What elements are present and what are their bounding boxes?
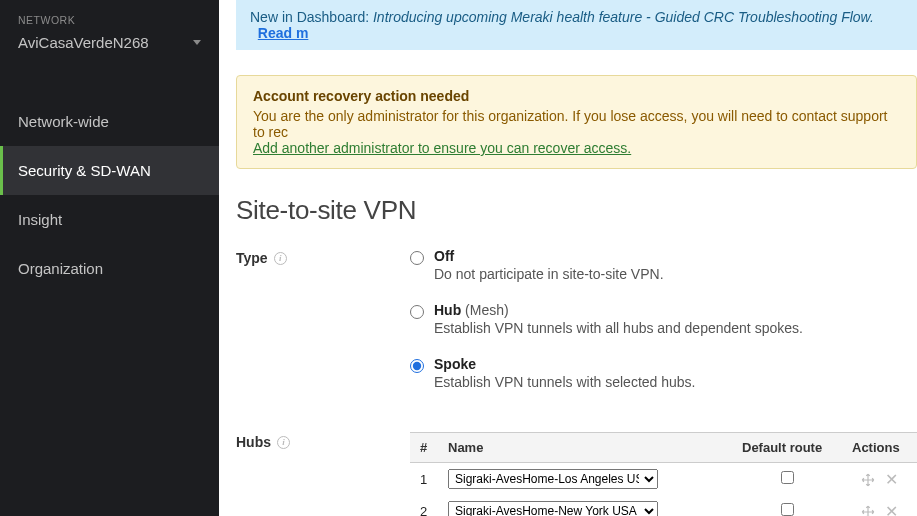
nav: Network-wide Security & SD-WAN Insight O… bbox=[0, 97, 219, 293]
default-route-checkbox[interactable] bbox=[781, 503, 794, 516]
radio-hub[interactable] bbox=[410, 305, 424, 319]
network-selector[interactable]: AviCasaVerdeN268 bbox=[0, 30, 219, 69]
warning-action-link[interactable]: Add another administrator to ensure you … bbox=[253, 140, 631, 156]
delete-icon[interactable]: ✕ bbox=[882, 471, 901, 488]
hub-select[interactable]: Sigraki-AvesHome-New York USA bbox=[448, 501, 658, 516]
hub-row: 2 Sigraki-AvesHome-New York USA ✕ bbox=[410, 495, 917, 516]
nav-security-sdwan[interactable]: Security & SD-WAN bbox=[0, 146, 219, 195]
info-banner: New in Dashboard: Introducing upcoming M… bbox=[236, 0, 917, 50]
col-name: Name bbox=[438, 433, 732, 463]
page-title: Site-to-site VPN bbox=[236, 195, 917, 226]
radio-off-desc: Do not participate in site-to-site VPN. bbox=[434, 266, 664, 282]
hub-row: 1 Sigraki-AvesHome-Los Angeles USA ✕ bbox=[410, 463, 917, 496]
type-option-hub: Hub (Mesh) Establish VPN tunnels with al… bbox=[410, 302, 917, 336]
hub-default-cell bbox=[732, 495, 842, 516]
info-icon[interactable]: i bbox=[274, 252, 287, 265]
type-radio-group: Off Do not participate in site-to-site V… bbox=[410, 248, 917, 410]
hub-name-cell: Sigraki-AvesHome-Los Angeles USA bbox=[438, 463, 732, 496]
hubs-content: # Name Default route Actions 1 Sigraki-A… bbox=[410, 432, 917, 516]
info-banner-text: Introducing upcoming Meraki health featu… bbox=[373, 9, 874, 25]
warning-body: You are the only administrator for this … bbox=[253, 108, 900, 140]
hub-num: 2 bbox=[410, 495, 438, 516]
hubs-table: # Name Default route Actions 1 Sigraki-A… bbox=[410, 432, 917, 516]
hub-select[interactable]: Sigraki-AvesHome-Los Angeles USA bbox=[448, 469, 658, 489]
type-row: Type i Off Do not participate in site-to… bbox=[236, 248, 917, 410]
radio-spoke-label: Spoke bbox=[434, 356, 695, 372]
hubs-label: Hubs i bbox=[236, 432, 410, 450]
radio-spoke-desc: Establish VPN tunnels with selected hubs… bbox=[434, 374, 695, 390]
col-default-route: Default route bbox=[732, 433, 842, 463]
hub-actions-cell: ✕ bbox=[842, 463, 917, 496]
radio-off[interactable] bbox=[410, 251, 424, 265]
move-icon[interactable] bbox=[858, 503, 878, 517]
type-label: Type i bbox=[236, 248, 410, 266]
network-section-label: NETWORK bbox=[0, 0, 219, 30]
type-option-spoke: Spoke Establish VPN tunnels with selecte… bbox=[410, 356, 917, 390]
warning-title: Account recovery action needed bbox=[253, 88, 900, 104]
type-option-off: Off Do not participate in site-to-site V… bbox=[410, 248, 917, 282]
info-icon[interactable]: i bbox=[277, 436, 290, 449]
hub-num: 1 bbox=[410, 463, 438, 496]
hub-actions-cell: ✕ bbox=[842, 495, 917, 516]
hub-default-cell bbox=[732, 463, 842, 496]
delete-icon[interactable]: ✕ bbox=[882, 503, 901, 517]
col-actions: Actions bbox=[842, 433, 917, 463]
col-num: # bbox=[410, 433, 438, 463]
radio-spoke[interactable] bbox=[410, 359, 424, 373]
hubs-row: Hubs i # Name Default route Actions 1 bbox=[236, 432, 917, 516]
radio-off-label: Off bbox=[434, 248, 664, 264]
main-content: New in Dashboard: Introducing upcoming M… bbox=[219, 0, 917, 516]
warning-banner: Account recovery action needed You are t… bbox=[236, 75, 917, 169]
default-route-checkbox[interactable] bbox=[781, 471, 794, 484]
hubs-label-text: Hubs bbox=[236, 434, 271, 450]
radio-hub-desc: Establish VPN tunnels with all hubs and … bbox=[434, 320, 803, 336]
info-banner-prefix: New in Dashboard: bbox=[250, 9, 373, 25]
hub-name-cell: Sigraki-AvesHome-New York USA bbox=[438, 495, 732, 516]
type-label-text: Type bbox=[236, 250, 268, 266]
info-banner-link[interactable]: Read m bbox=[258, 25, 309, 41]
move-icon[interactable] bbox=[858, 471, 878, 488]
nav-insight[interactable]: Insight bbox=[0, 195, 219, 244]
sidebar: NETWORK AviCasaVerdeN268 Network-wide Se… bbox=[0, 0, 219, 516]
nav-organization[interactable]: Organization bbox=[0, 244, 219, 293]
network-name: AviCasaVerdeN268 bbox=[18, 34, 149, 51]
radio-hub-mesh: (Mesh) bbox=[461, 302, 508, 318]
nav-network-wide[interactable]: Network-wide bbox=[0, 97, 219, 146]
chevron-down-icon bbox=[193, 40, 201, 45]
radio-hub-label: Hub bbox=[434, 302, 461, 318]
